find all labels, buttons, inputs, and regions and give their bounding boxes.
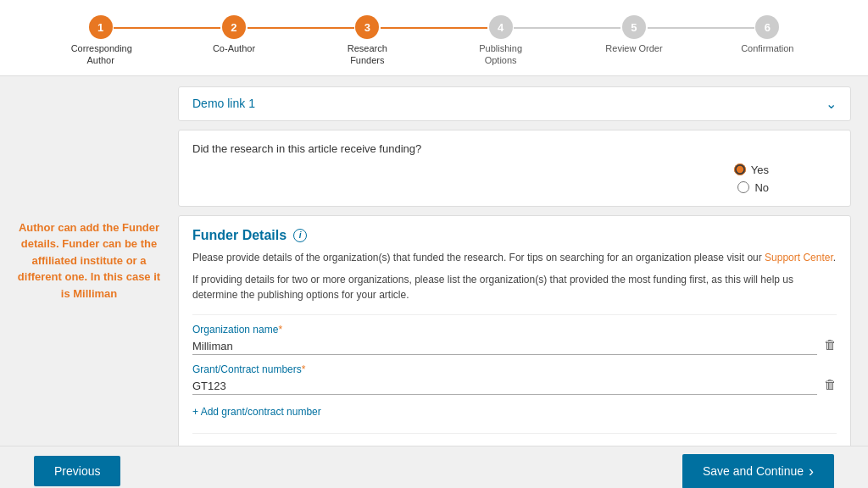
step-label-6: Confirmation xyxy=(741,42,793,54)
chevron-down-icon: ⌄ xyxy=(826,96,837,112)
radio-no[interactable]: No xyxy=(737,181,769,194)
accordion-card[interactable]: Demo link 1 ⌄ xyxy=(178,86,851,121)
step-label-5: Review Order xyxy=(605,42,662,54)
funding-question-text: Did the research in this article receive… xyxy=(192,142,837,155)
funder-description-2: If providing details for two or more org… xyxy=(192,272,837,302)
add-org-link[interactable]: + Add another organization xyxy=(192,445,314,446)
step-label-4: Publishing Options xyxy=(479,42,522,67)
delete-grant-icon[interactable]: 🗑 xyxy=(824,377,837,391)
radio-no-input[interactable] xyxy=(737,181,749,193)
funder-description-1: Please provide details of the organizati… xyxy=(192,250,837,265)
step-item-2: 2Co-Author xyxy=(167,15,300,54)
step-circle-5: 5 xyxy=(622,15,646,39)
stepper: 1Corresponding Author2Co-Author3Research… xyxy=(0,0,868,76)
previous-button[interactable]: Previous xyxy=(34,456,120,486)
delete-org-icon[interactable]: 🗑 xyxy=(824,337,837,352)
org-name-group: Organization name* xyxy=(192,324,817,355)
step-circle-6: 6 xyxy=(755,15,779,39)
step-circle-4: 4 xyxy=(489,15,513,39)
org-name-input[interactable] xyxy=(192,338,817,355)
sidebar-annotation: Author can add the Funder details. Funde… xyxy=(0,76,178,446)
info-icon[interactable]: i xyxy=(293,229,307,242)
org-name-row: Organization name* 🗑 xyxy=(192,324,837,355)
step-item-5: 5Review Order xyxy=(567,15,700,54)
funder-details-card: Funder Details i Please provide details … xyxy=(178,215,851,446)
step-circle-1: 1 xyxy=(89,15,113,39)
grant-group: Grant/Contract numbers* xyxy=(192,363,817,395)
annotation-text: Author can add the Funder details. Funde… xyxy=(13,219,165,302)
step-circle-3: 3 xyxy=(355,15,379,39)
step-item-4: 4Publishing Options xyxy=(434,15,567,67)
footer: Previous Save and Continue xyxy=(0,446,868,488)
main-layout: Author can add the Funder details. Funde… xyxy=(0,76,868,446)
content-area: Demo link 1 ⌄ Did the research in this a… xyxy=(178,76,868,446)
accordion-header[interactable]: Demo link 1 ⌄ xyxy=(179,87,850,120)
step-label-2: Co-Author xyxy=(213,42,255,54)
step-label-3: Research Funders xyxy=(348,42,387,67)
step-label-1: Corresponding Author xyxy=(71,42,131,67)
grant-row: Grant/Contract numbers* 🗑 xyxy=(192,363,837,395)
funding-question-card: Did the research in this article receive… xyxy=(178,130,851,207)
funder-details-header: Funder Details i xyxy=(192,228,837,243)
step-circle-2: 2 xyxy=(222,15,246,39)
radio-group: Yes No xyxy=(192,164,837,194)
radio-yes-label: Yes xyxy=(751,164,769,176)
step-item-6: 6Confirmation xyxy=(701,15,834,54)
step-item-3: 3Research Funders xyxy=(301,15,434,67)
org-name-label: Organization name* xyxy=(192,324,817,336)
support-center-link[interactable]: Support Center xyxy=(765,252,833,263)
add-grant-link[interactable]: + Add grant/contract number xyxy=(192,406,321,418)
divider xyxy=(192,433,837,434)
grant-input[interactable] xyxy=(192,378,817,395)
org-section: Organization name* 🗑 Grant/Contract numb… xyxy=(192,314,837,446)
radio-yes-input[interactable] xyxy=(734,164,746,175)
step-item-1: 1Corresponding Author xyxy=(34,15,167,67)
save-continue-button[interactable]: Save and Continue xyxy=(682,454,834,488)
radio-yes[interactable]: Yes xyxy=(734,164,769,176)
funder-details-title: Funder Details xyxy=(192,228,287,243)
grant-label: Grant/Contract numbers* xyxy=(192,363,817,375)
accordion-title: Demo link 1 xyxy=(192,97,255,110)
radio-no-label: No xyxy=(754,181,769,194)
